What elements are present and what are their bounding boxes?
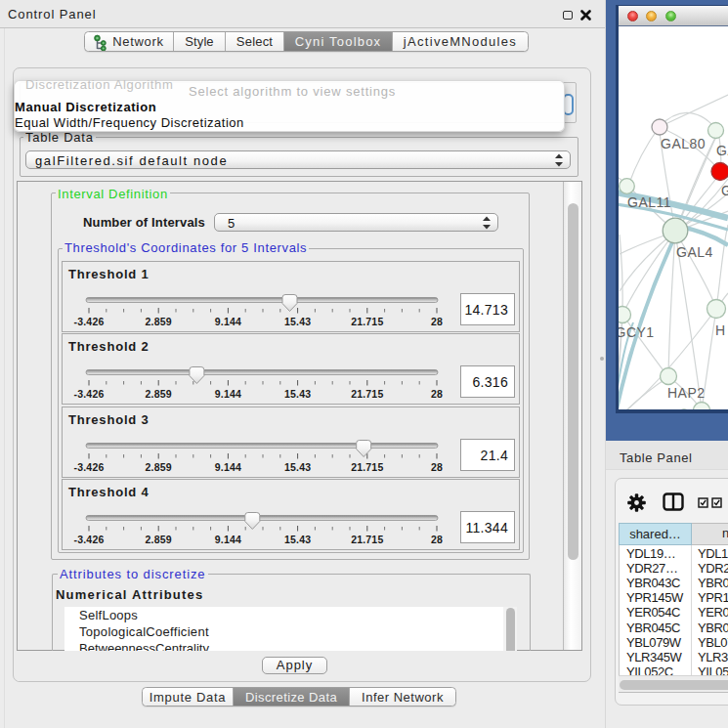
svg-text:2.859: 2.859: [146, 461, 172, 473]
svg-text:G: G: [721, 183, 728, 198]
svg-text:GCY1: GCY1: [619, 324, 655, 340]
svg-text:15.43: 15.43: [284, 534, 311, 545]
svg-text:28: 28: [431, 388, 443, 400]
svg-text:2.859: 2.859: [146, 316, 172, 327]
svg-text:21.715: 21.715: [351, 534, 383, 545]
svg-text:-3.426: -3.426: [74, 461, 105, 473]
svg-text:21.715: 21.715: [351, 388, 383, 400]
svg-text:GAL80: GAL80: [661, 136, 706, 151]
svg-text:-3.426: -3.426: [74, 388, 105, 400]
svg-text:GAL11: GAL11: [627, 194, 671, 210]
svg-text:15.43: 15.43: [284, 316, 311, 327]
svg-text:9.144: 9.144: [215, 534, 241, 545]
svg-text:9.144: 9.144: [215, 316, 241, 327]
svg-text:GA: GA: [716, 143, 728, 158]
svg-text:9.144: 9.144: [215, 461, 241, 473]
svg-text:21.715: 21.715: [351, 461, 383, 473]
svg-text:9.144: 9.144: [215, 388, 241, 400]
svg-text:15.43: 15.43: [284, 388, 311, 400]
svg-text:HAP2: HAP2: [667, 385, 706, 401]
svg-text:2.859: 2.859: [146, 388, 172, 400]
svg-text:2.859: 2.859: [146, 534, 172, 545]
svg-text:-3.426: -3.426: [74, 316, 105, 327]
svg-text:28: 28: [431, 316, 443, 327]
svg-text:-3.426: -3.426: [74, 534, 105, 545]
svg-text:GAL4: GAL4: [676, 244, 713, 260]
svg-text:28: 28: [431, 461, 443, 473]
svg-text:28: 28: [431, 534, 443, 545]
svg-text:H: H: [715, 322, 726, 338]
svg-text:15.43: 15.43: [284, 461, 311, 473]
svg-text:21.715: 21.715: [351, 316, 383, 327]
